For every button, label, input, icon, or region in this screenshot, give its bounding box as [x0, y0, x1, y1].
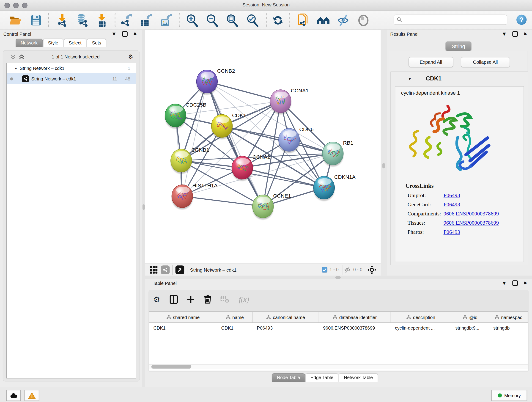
preview-icon[interactable] [356, 13, 371, 28]
warnings-button[interactable] [25, 390, 39, 401]
column-header-description[interactable]: description [391, 313, 451, 322]
function-builder-icon[interactable]: f(x) [233, 295, 255, 304]
export-image-icon[interactable] [158, 13, 173, 28]
close-panel-icon[interactable]: ✖ [522, 281, 529, 286]
network-collection-row[interactable]: ▼ String Network – cdk1 1 [7, 63, 136, 73]
results-splitter-handle[interactable] [382, 163, 385, 168]
panel-menu-icon[interactable]: ▼ [501, 32, 508, 36]
detach-view-icon[interactable] [176, 265, 184, 274]
crosslink-link[interactable]: P06493 [443, 202, 460, 208]
network-node-CCNE1[interactable]: CCNE1 [253, 193, 291, 220]
network-row[interactable]: String Network – cdk1 11 48 [7, 73, 136, 84]
column-header-canonical-name[interactable]: canonical name [253, 313, 319, 322]
cdk1-section-header[interactable]: ▼ CDK1 [391, 72, 528, 85]
birds-eye-view-icon[interactable] [367, 265, 376, 274]
close-panel-icon[interactable]: ✖ [522, 32, 529, 36]
memory-button[interactable]: Memory [491, 390, 527, 401]
open-session-icon[interactable] [8, 13, 23, 28]
scrollbar-thumb[interactable] [152, 365, 191, 369]
tab-select[interactable]: Select [64, 39, 87, 47]
table-cell[interactable]: cyclin-dependent ... [391, 323, 451, 333]
tab-network-table[interactable]: Network Table [339, 373, 378, 382]
tab-style[interactable]: Style [43, 39, 63, 47]
import-network-database-icon[interactable] [74, 13, 89, 28]
search-box[interactable] [394, 15, 507, 25]
table-cell[interactable]: CDK1 [217, 323, 253, 333]
table-options-gear-icon[interactable]: ⚙ [148, 295, 165, 304]
network-node-HIST1H1A[interactable]: HIST1H1A [172, 183, 218, 210]
network-node-RB1[interactable]: RB1 [322, 140, 353, 167]
table-cell[interactable]: stringdb [489, 323, 528, 333]
crosslink-link[interactable]: 9606.ENSP00000378699 [443, 220, 499, 226]
first-neighbors-icon[interactable] [270, 13, 285, 28]
column-header-database-identifier[interactable]: database identifier [319, 313, 391, 322]
table-row[interactable]: CDK1CDK1P064939606.ENSP00000378699cyclin… [149, 323, 528, 333]
add-column-icon[interactable] [182, 295, 199, 303]
network-edge[interactable] [182, 196, 263, 206]
network-edge[interactable] [182, 81, 207, 196]
left-splitter-handle[interactable] [142, 204, 145, 210]
column-header-shared-name[interactable]: shared name [149, 313, 217, 322]
collection-disclosure-icon[interactable]: ▼ [14, 66, 20, 70]
table-splitter-handle[interactable] [335, 276, 341, 279]
grid-view-icon[interactable] [150, 266, 158, 274]
table-cell[interactable]: P06493 [253, 323, 319, 333]
save-session-icon[interactable] [28, 13, 43, 28]
network-edge[interactable] [222, 126, 333, 153]
export-network-icon[interactable] [119, 13, 133, 28]
help-icon[interactable]: ? [516, 15, 526, 25]
tab-node-table[interactable]: Node Table [272, 373, 305, 382]
import-network-file-icon[interactable] [55, 13, 70, 28]
network-canvas[interactable]: CCNB2CCNA1CDC25BCDK1CDC6RB1CCNB1CCNA2CDK… [145, 30, 381, 263]
expand-all-tree-icon[interactable] [19, 54, 24, 59]
copy-share-icon[interactable] [296, 13, 310, 28]
column-header-name[interactable]: name [217, 313, 253, 322]
collapse-all-button[interactable]: Collapse All [461, 57, 510, 67]
tab-sets[interactable]: Sets [87, 39, 106, 47]
panel-menu-icon[interactable]: ▼ [111, 32, 118, 36]
zoom-selected-icon[interactable] [245, 13, 260, 28]
table-splitter[interactable] [145, 276, 532, 279]
zoom-out-icon[interactable] [205, 13, 220, 28]
network-node-CDC25B[interactable]: CDC25B [165, 102, 206, 128]
tab-network[interactable]: Network [16, 39, 43, 47]
cloud-button[interactable] [6, 390, 21, 401]
hide-selected-icon[interactable] [336, 13, 351, 28]
import-table-icon[interactable] [94, 13, 109, 28]
table-cell[interactable]: 9606.ENSP00000378699 [319, 323, 391, 333]
crosslink-link[interactable]: P06493 [443, 229, 460, 235]
table-cell[interactable]: CDK1 [149, 323, 217, 333]
crosslink-link[interactable]: P06493 [443, 192, 460, 199]
expand-all-button[interactable]: Expand All [409, 57, 453, 67]
show-columns-icon[interactable] [165, 295, 182, 304]
section-disclosure-icon[interactable]: ▼ [408, 77, 412, 81]
float-panel-icon[interactable] [122, 31, 128, 37]
table-cell[interactable]: stringdb:9... [451, 323, 489, 333]
crosslink-link[interactable]: 9606.ENSP00000378699 [443, 211, 499, 217]
tab-string[interactable]: String [446, 41, 472, 51]
float-panel-icon[interactable] [512, 280, 518, 286]
string-network-badge-icon[interactable] [161, 265, 170, 274]
column-header-namespac[interactable]: namespac [489, 313, 528, 322]
network-node-CDK1[interactable]: CDK1 [211, 112, 246, 139]
hidden-eye-icon[interactable] [344, 267, 351, 273]
show-all-icon[interactable] [316, 13, 331, 28]
results-splitter[interactable] [381, 30, 387, 275]
export-table-icon[interactable] [138, 13, 153, 28]
network-options-gear-icon[interactable]: ⚙ [127, 53, 134, 60]
collapse-all-tree-icon[interactable] [11, 54, 16, 59]
float-panel-icon[interactable] [512, 31, 518, 37]
network-node-CCNB1[interactable]: CCNB1 [171, 147, 209, 174]
delete-table-icon[interactable] [216, 296, 233, 303]
zoom-fit-icon[interactable] [225, 13, 239, 28]
search-input[interactable] [402, 17, 507, 22]
selected-nodes-checkbox-icon[interactable] [322, 267, 327, 273]
delete-column-icon[interactable] [199, 295, 216, 304]
network-node-CDKN1A[interactable]: CDKN1A [313, 174, 355, 201]
zoom-in-icon[interactable] [185, 13, 200, 28]
column-header-@id[interactable]: @id [451, 313, 489, 322]
tab-edge-table[interactable]: Edge Table [305, 373, 338, 382]
horizontal-scrollbar[interactable] [149, 364, 528, 369]
left-splitter[interactable] [142, 30, 145, 387]
panel-menu-icon[interactable]: ▼ [501, 281, 508, 286]
